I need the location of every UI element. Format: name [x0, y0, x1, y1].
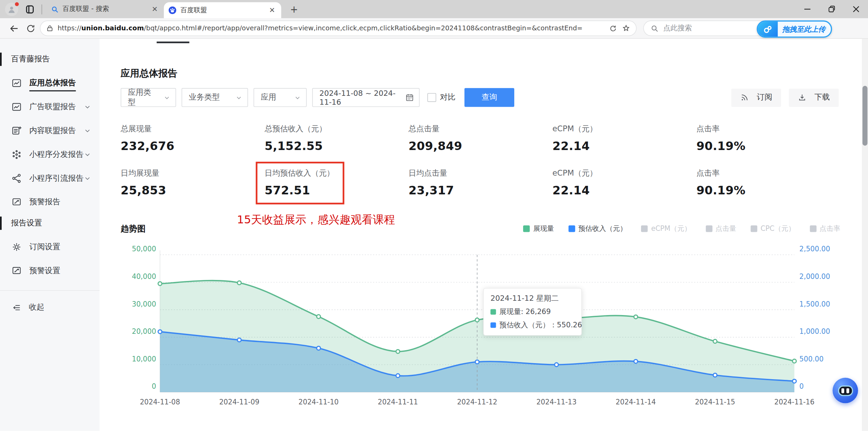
search-favicon	[51, 5, 59, 13]
legend-item[interactable]: 预估收入（元）	[568, 224, 627, 234]
metric-value: 90.19%	[696, 184, 840, 197]
browser-tab-active[interactable]: 百度联盟 ✕	[164, 2, 281, 18]
metrics-row-daily: 日均展现量25,853日均预估收入（元）572.51日均点击量23,317eCP…	[121, 168, 840, 200]
collapse-label: 收起	[29, 302, 44, 312]
chart-header: 趋势图 展现量预估收入（元）eCPM（元）点击量CPC（元）点击率	[121, 223, 840, 235]
legend-swatch	[523, 225, 530, 232]
search-icon	[651, 24, 659, 32]
chevron-down-icon	[84, 127, 91, 134]
app-type-select[interactable]: 应用类型	[121, 88, 176, 107]
svg-text:0: 0	[800, 382, 804, 390]
svg-text:2024-11-08: 2024-11-08	[140, 398, 180, 406]
chevron-down-icon	[84, 151, 91, 158]
chart-tooltip: 2024-11-12 星期二 展现量: 26,269预估收入（元）：550.26	[483, 288, 582, 336]
chart-canvas[interactable]: 50,00040,00030,00020,00010,00002,500.002…	[121, 244, 840, 410]
sidebar-item-gear[interactable]: 订阅设置	[0, 235, 100, 259]
metric-card: 日均预估收入（元）572.51	[264, 168, 408, 200]
screenshot-root: 百度联盟 - 搜索 ✕ 百度联盟 ✕ +	[0, 0, 868, 431]
sidebar-item-alert[interactable]: 预警报告	[0, 190, 100, 214]
metric-label: 总点击量	[409, 124, 552, 135]
alert-icon	[11, 196, 22, 207]
sidebar-item-label: 预警设置	[29, 266, 60, 276]
svg-text:2024-11-13: 2024-11-13	[536, 398, 577, 406]
metric-value: 22.14	[552, 139, 696, 153]
date-range-input[interactable]: 2024-11-08 ~ 2024-11-16	[312, 88, 420, 107]
favorite-star-icon[interactable]	[622, 24, 630, 33]
new-tab-button[interactable]: +	[287, 4, 301, 15]
url-bar[interactable]: https://union.baidu.com/bqt/appco.html#/…	[40, 20, 637, 36]
report-icon	[11, 77, 22, 88]
page-scrollbar[interactable]	[862, 39, 868, 431]
sidebar-item-content[interactable]: 内容联盟报告	[0, 119, 100, 143]
page-title: 应用总体报告	[121, 67, 841, 80]
reload-page-icon[interactable]	[609, 24, 617, 32]
scrollbar-thumb[interactable]	[863, 86, 868, 146]
legend-swatch	[751, 225, 757, 232]
metric-label: eCPM（元）	[552, 124, 696, 135]
svg-text:40,000: 40,000	[132, 272, 156, 281]
profile-avatar[interactable]	[5, 2, 18, 16]
legend-item[interactable]: 点击量	[705, 224, 736, 234]
tab-close-icon[interactable]: ✕	[268, 6, 277, 14]
restore-button[interactable]	[819, 0, 843, 18]
netdisk-upload-label: 拖拽至此上传	[778, 24, 831, 34]
sidebar-item-label: 小程序引流报告	[29, 173, 83, 183]
metric-card: eCPM（元）22.14	[552, 168, 696, 200]
minimize-button[interactable]	[795, 0, 819, 18]
refresh-button[interactable]	[22, 20, 39, 36]
sidebar-item-report[interactable]: 广告联盟报告	[0, 95, 100, 119]
svg-text:2024-11-16: 2024-11-16	[774, 398, 814, 406]
download-button[interactable]: 下载	[789, 88, 839, 107]
chevron-down-icon	[228, 94, 242, 101]
tab-title: 百度联盟	[181, 5, 268, 15]
sidebar-item-share[interactable]: 小程序引流报告	[0, 166, 100, 190]
subscribe-button[interactable]: 订阅	[731, 88, 781, 107]
chevron-down-icon	[84, 175, 91, 181]
metrics-row-totals: 总展现量232,676总预估收入（元）5,152.55总点击量209,849eC…	[121, 124, 840, 156]
browser-tab-search[interactable]: 百度联盟 - 搜索 ✕	[46, 2, 164, 16]
chart-title: 趋势图	[121, 223, 146, 234]
svg-text:1,000.00: 1,000.00	[800, 327, 830, 336]
legend-label: 点击量	[715, 224, 736, 234]
legend-item[interactable]: 点击率	[810, 224, 840, 234]
sidebar-item-label: 订阅设置	[29, 242, 60, 252]
tab-close-icon[interactable]: ✕	[150, 5, 159, 13]
biz-type-select[interactable]: 业务类型	[182, 88, 248, 107]
back-button[interactable]	[5, 20, 22, 36]
query-button[interactable]: 查询	[465, 88, 514, 107]
legend-item[interactable]: CPC（元）	[751, 224, 795, 234]
tooltip-line: 展现量: 26,269	[490, 307, 575, 317]
gear-icon	[11, 241, 22, 252]
netdisk-upload-button[interactable]: 拖拽至此上传	[757, 20, 832, 38]
sidebar-section-header: 百青藤报告	[0, 51, 100, 68]
legend-swatch	[705, 225, 712, 232]
compare-checkbox[interactable]	[427, 93, 436, 102]
browser-toolbar: https://union.baidu.com/bqt/appco.html#/…	[0, 18, 868, 39]
legend-swatch	[568, 225, 575, 232]
svg-text:20,000: 20,000	[132, 327, 156, 336]
svg-text:1,500.00: 1,500.00	[800, 300, 830, 308]
app-select[interactable]: 应用	[254, 88, 307, 107]
sidebar-divider	[0, 290, 100, 291]
lock-icon	[46, 24, 54, 32]
trend-chart[interactable]: 50,00040,00030,00020,00010,00002,500.002…	[121, 244, 840, 410]
app-value: 应用	[261, 92, 276, 102]
sidebar-item-report-active[interactable]: 应用总体报告	[0, 71, 100, 95]
chevron-down-icon	[287, 94, 301, 101]
main-content: 应用总体报告 应用类型 业务类型 应用 2024-11-08 ~ 2024-11…	[100, 39, 841, 431]
subscribe-label: 订阅	[757, 92, 772, 102]
svg-text:2024-11-12: 2024-11-12	[457, 398, 497, 406]
sidebar-item-alert[interactable]: 预警设置	[0, 259, 100, 283]
workspaces-icon[interactable]	[25, 4, 35, 14]
share-icon	[11, 173, 22, 183]
sidebar-item-dispatch[interactable]: 小程序分发报告	[0, 142, 100, 166]
close-window-button[interactable]	[844, 0, 868, 18]
metric-label: 总展现量	[121, 124, 264, 135]
robot-face-icon	[838, 385, 853, 396]
svg-text:10,000: 10,000	[132, 355, 156, 363]
ai-assistant-button[interactable]	[833, 378, 858, 403]
sidebar-collapse-button[interactable]: 收起	[0, 296, 100, 318]
legend-item[interactable]: 展现量	[523, 224, 554, 234]
legend-item[interactable]: eCPM（元）	[641, 224, 691, 234]
sidebar-item-label: 内容联盟报告	[29, 125, 76, 135]
